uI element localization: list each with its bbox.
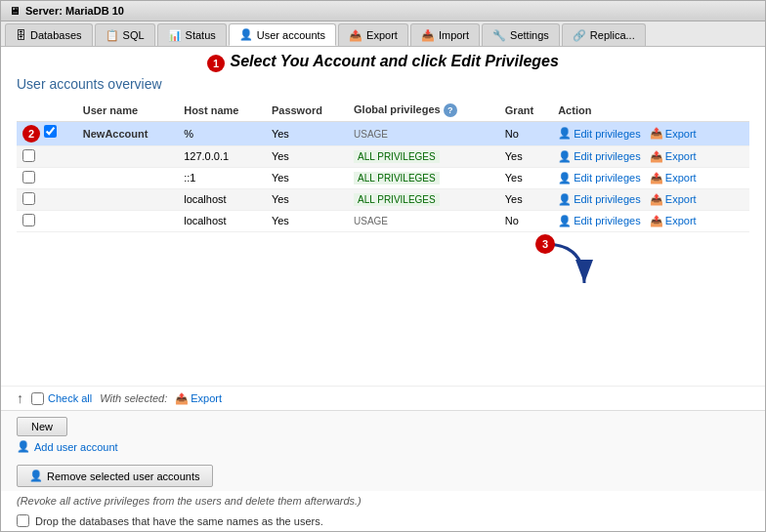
col-grant: Grant (499, 100, 552, 122)
status-icon: 📊 (168, 29, 182, 42)
remove-note: (Revoke all active privileges from the u… (1, 491, 765, 511)
row-password: Yes (266, 167, 348, 188)
row-grant: No (499, 210, 552, 231)
row-privileges: ALL PRIVILEGES (348, 167, 499, 188)
row-privileges: ALL PRIVILEGES (348, 188, 499, 210)
page-header: User accounts overview (1, 74, 765, 96)
remove-section: 👤 Remove selected user accounts (1, 461, 765, 491)
tab-databases[interactable]: 🗄 Databases (5, 23, 93, 46)
footer-export-link[interactable]: 📤 Export (175, 392, 222, 405)
row-checkbox[interactable] (22, 214, 35, 226)
row-hostname: 127.0.0.1 (178, 145, 266, 167)
tab-replication[interactable]: 🔗 Replica... (562, 23, 646, 46)
edit-privileges-link[interactable]: 👤 Edit privileges (558, 193, 640, 206)
row-username: NewAccount (77, 121, 178, 145)
edit-privileges-link[interactable]: 👤 Edit privileges (558, 215, 640, 227)
tab-user-accounts[interactable]: 👤 User accounts (229, 23, 336, 46)
row-checkbox-cell (17, 167, 77, 188)
row-checkbox[interactable] (22, 171, 35, 184)
row-export-icon: 📤 (650, 215, 663, 227)
table-row: localhost Yes ALL PRIVILEGES Yes 👤 Edit … (17, 188, 749, 210)
edit-privileges-link[interactable]: 👤 Edit privileges (558, 150, 640, 163)
row-action: 👤 Edit privileges 📤 Export (552, 210, 749, 231)
footer-export-icon: 📤 (175, 392, 189, 405)
edit-user-icon: 👤 (558, 127, 572, 140)
check-all-checkbox[interactable] (31, 392, 44, 405)
table-row: ::1 Yes ALL PRIVILEGES Yes 👤 Edit privil… (17, 167, 749, 188)
row-action: 👤 Edit privileges 📤 Export (552, 167, 749, 188)
add-account-link[interactable]: 👤 Add user account (17, 436, 749, 457)
col-username: User name (77, 100, 178, 122)
row-username (77, 145, 178, 167)
remove-button[interactable]: 👤 Remove selected user accounts (17, 465, 213, 487)
edit-privileges-link[interactable]: 👤 Edit privileges (558, 172, 640, 184)
tab-export[interactable]: 📤 Export (338, 23, 408, 46)
check-all-label[interactable]: Check all (31, 392, 92, 405)
add-user-section: New 👤 Add user account (1, 410, 765, 461)
tab-import[interactable]: 📥 Import (410, 23, 480, 46)
row-export-icon: 📤 (650, 193, 663, 206)
row-export-link[interactable]: 📤 Export (650, 193, 697, 206)
content-area: 1 Select You Account and click Edit Priv… (1, 47, 765, 531)
edit-user-icon: 👤 (558, 193, 572, 206)
new-button[interactable]: New (17, 417, 67, 436)
row-checkbox-cell: 2 (17, 121, 77, 145)
row-action: 👤 Edit privileges 📤 Export (552, 188, 749, 210)
table-row: 2 NewAccount % Yes USAGE No 👤 Edit privi… (17, 121, 749, 145)
row-export-link[interactable]: 📤 Export (650, 127, 697, 140)
row-checkbox[interactable] (44, 125, 57, 138)
row-checkbox-cell (17, 188, 77, 210)
row-grant: No (499, 121, 552, 145)
row-username (77, 167, 178, 188)
tab-settings[interactable]: 🔧 Settings (482, 23, 560, 46)
add-user-icon: 👤 (17, 440, 30, 453)
table-section: User name Host name Password Global priv… (1, 96, 765, 386)
remove-icon: 👤 (29, 470, 43, 482)
row-action: 👤 Edit privileges 📤 Export (552, 145, 749, 167)
with-selected-label: With selected: (100, 392, 167, 404)
databases-icon: 🗄 (16, 29, 26, 41)
row-grant: Yes (499, 145, 552, 167)
back-icon: ↑ (17, 390, 23, 406)
drop-db-row: Drop the databases that have the same na… (1, 511, 765, 531)
table-row: localhost Yes USAGE No 👤 Edit privileges… (17, 210, 749, 231)
tab-sql[interactable]: 📋 SQL (95, 23, 155, 46)
row-export-icon: 📤 (650, 150, 663, 163)
row-export-link[interactable]: 📤 Export (650, 150, 697, 163)
window-icon: 🖥 (9, 5, 20, 17)
step1-badge: 1 (207, 55, 225, 72)
title-bar: 🖥 Server: MariaDB 10 (1, 1, 765, 21)
privileges-help-icon[interactable]: ? (444, 103, 457, 117)
row-password: Yes (266, 188, 348, 210)
row-checkbox-cell (17, 145, 77, 167)
table-row: 127.0.0.1 Yes ALL PRIVILEGES Yes 👤 Edit … (17, 145, 749, 167)
col-checkbox (17, 100, 77, 122)
instruction-bar: 1 Select You Account and click Edit Priv… (1, 47, 765, 74)
row-export-link[interactable]: 📤 Export (650, 172, 697, 184)
tab-bar: 🗄 Databases 📋 SQL 📊 Status 👤 User accoun… (1, 21, 765, 47)
tab-status[interactable]: 📊 Status (157, 23, 227, 46)
row-privileges: USAGE (348, 121, 499, 145)
edit-privileges-link[interactable]: 👤 Edit privileges (558, 127, 640, 140)
row-hostname: localhost (178, 210, 266, 231)
row-action: 👤 Edit privileges 📤 Export (552, 121, 749, 145)
drop-db-label: Drop the databases that have the same na… (35, 515, 323, 527)
row-export-icon: 📤 (650, 172, 663, 184)
row-privileges: USAGE (348, 210, 499, 231)
row-checkbox[interactable] (22, 149, 35, 162)
col-privileges: Global privileges ? (348, 100, 499, 122)
edit-user-icon: 👤 (558, 172, 572, 184)
instruction-text: Select You Account and click Edit Privil… (230, 53, 558, 69)
row-username (77, 210, 178, 231)
row-export-link[interactable]: 📤 Export (650, 215, 697, 227)
table-footer: ↑ Check all With selected: 📤 Export (1, 386, 765, 410)
row-password: Yes (266, 145, 348, 167)
main-window: 🖥 Server: MariaDB 10 🗄 Databases 📋 SQL 📊… (0, 0, 766, 532)
row-checkbox[interactable] (22, 192, 35, 205)
drop-db-checkbox[interactable] (17, 514, 29, 527)
row-hostname: localhost (178, 188, 266, 210)
row-export-icon: 📤 (650, 127, 663, 140)
row-hostname: % (178, 121, 266, 145)
row-username (77, 188, 178, 210)
import-icon: 📥 (421, 29, 435, 42)
